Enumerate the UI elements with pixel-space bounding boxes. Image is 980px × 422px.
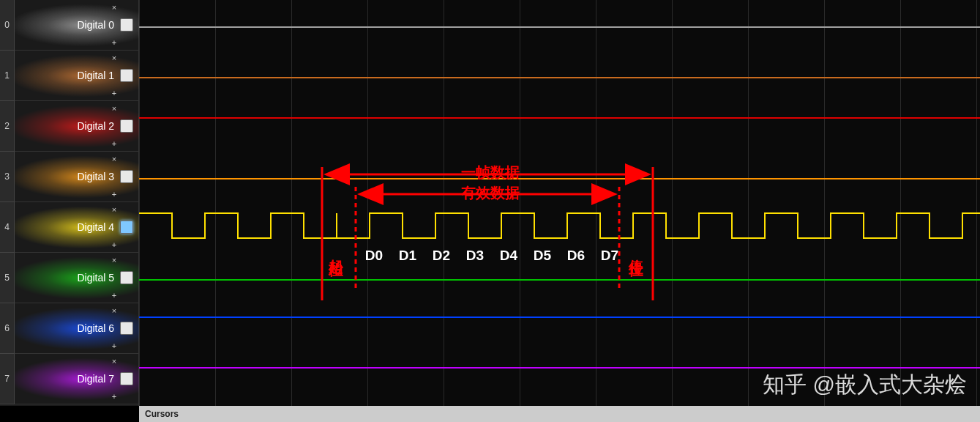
channel-add-3[interactable]: +: [111, 190, 117, 199]
channel-row-3[interactable]: ×+Digital 3: [15, 152, 139, 202]
channel-row-7[interactable]: ×+Digital 7: [15, 354, 139, 404]
channel-add-4[interactable]: +: [111, 240, 117, 249]
channel-add-0[interactable]: +: [111, 38, 117, 47]
trace-digital-4: [139, 209, 980, 253]
channel-index-3[interactable]: 3: [0, 152, 15, 202]
channel-toggle-4[interactable]: [120, 221, 133, 234]
channel-sidebar: 01234567 ×+Digital 0×+Digital 1×+Digital…: [0, 0, 139, 406]
channel-remove-3[interactable]: ×: [111, 155, 117, 163]
channel-label-6: Digital 6: [77, 322, 114, 334]
channel-toggle-1[interactable]: [120, 69, 133, 82]
trace-digital-0: [139, 26, 980, 28]
watermark-text: 知乎 @嵌入式大杂烩: [763, 370, 967, 400]
channel-label-2: Digital 2: [77, 120, 114, 132]
channel-row-4[interactable]: ×+Digital 4: [15, 202, 139, 253]
cursors-panel[interactable]: Cursors: [139, 406, 980, 422]
channel-add-1[interactable]: +: [111, 89, 117, 97]
trace-digital-6: [139, 316, 980, 318]
channel-label-0: Digital 0: [77, 19, 114, 31]
channel-label-5: Digital 5: [77, 272, 114, 284]
channel-index-1[interactable]: 1: [0, 51, 15, 101]
channel-remove-1[interactable]: ×: [111, 53, 117, 62]
trace-digital-3: [139, 178, 980, 179]
channel-index-6[interactable]: 6: [0, 303, 15, 354]
channel-remove-5[interactable]: ×: [111, 256, 117, 264]
channel-label-4: Digital 4: [77, 221, 114, 233]
channel-toggle-0[interactable]: [120, 18, 133, 32]
channel-add-6[interactable]: +: [111, 341, 117, 350]
channel-remove-4[interactable]: ×: [111, 205, 117, 214]
channel-toggle-7[interactable]: [120, 372, 133, 385]
channel-row-5[interactable]: ×+Digital 5: [15, 253, 139, 303]
channel-row-0[interactable]: ×+Digital 0: [15, 0, 139, 51]
channel-label-1: Digital 1: [77, 70, 114, 81]
channel-row-2[interactable]: ×+Digital 2: [15, 101, 139, 152]
channel-index-column: 01234567: [0, 0, 15, 406]
channel-toggle-3[interactable]: [120, 170, 133, 183]
channel-label-3: Digital 3: [77, 171, 114, 182]
cursors-title: Cursors: [145, 409, 179, 419]
channel-label-7: Digital 7: [77, 373, 114, 385]
channel-add-5[interactable]: +: [111, 291, 117, 300]
channel-toggle-2[interactable]: [120, 119, 133, 133]
channel-row-6[interactable]: ×+Digital 6: [15, 303, 139, 354]
channel-index-2[interactable]: 2: [0, 101, 15, 152]
waveform-viewport[interactable]: [139, 0, 980, 406]
channel-remove-2[interactable]: ×: [111, 104, 117, 113]
trace-digital-1: [139, 77, 980, 78]
channel-remove-7[interactable]: ×: [111, 357, 117, 366]
channel-index-4[interactable]: 4: [0, 202, 15, 253]
channel-add-2[interactable]: +: [111, 139, 117, 148]
channel-toggle-6[interactable]: [120, 322, 133, 335]
trace-digital-7: [139, 367, 980, 369]
trace-digital-5: [139, 279, 980, 281]
channel-index-7[interactable]: 7: [0, 354, 15, 404]
channel-toggle-5[interactable]: [120, 271, 133, 284]
channel-remove-6[interactable]: ×: [111, 306, 117, 315]
trace-digital-2: [139, 117, 980, 119]
channel-index-0[interactable]: 0: [0, 0, 15, 51]
channel-row-1[interactable]: ×+Digital 1: [15, 51, 139, 101]
channel-remove-0[interactable]: ×: [111, 3, 117, 12]
channel-add-7[interactable]: +: [111, 392, 117, 401]
channel-index-5[interactable]: 5: [0, 253, 15, 303]
